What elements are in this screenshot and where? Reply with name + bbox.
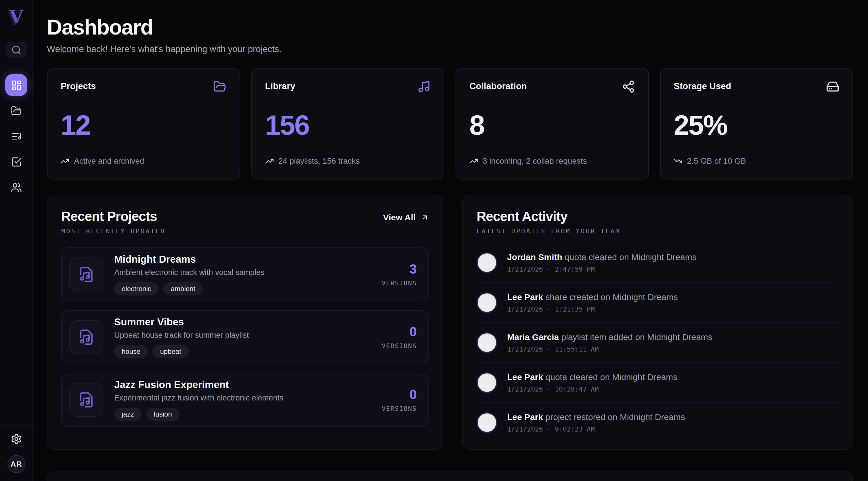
project-row-summer-vibes[interactable]: Summer Vibes Upbeat house track for summ… [61,310,429,364]
sidebar-item-dashboard[interactable] [5,74,27,96]
check-square-icon [11,156,22,168]
activity-timestamp: 1/21/2026 · 2:47:59 PM [507,266,696,273]
sidebar-item-tasks[interactable] [5,151,27,173]
avatar [476,372,497,393]
sidebar-item-team[interactable] [5,176,27,199]
sidebar-nav [5,66,27,199]
project-name: Jazz Fusion Experiment [114,379,382,390]
activity-action: project restored on Midnight Dreams [546,412,685,422]
folder-open-icon [11,105,22,116]
view-all-button[interactable]: View All [383,213,429,222]
logo-section: V [0,0,32,34]
layout-dashboard-icon [11,80,22,91]
settings-button[interactable] [11,433,22,445]
versions-label: VERSIONS [382,280,417,287]
hard-drive-icon [826,80,839,93]
page-title: Dashboard [47,15,853,39]
gear-icon [11,433,22,445]
recent-projects-title: Recent Projects [61,209,165,224]
trending-up-icon [265,157,274,166]
project-tag: upbeat [152,345,188,358]
user-avatar[interactable]: AR [7,455,25,473]
stat-note: Active and archived [74,156,144,166]
main-content: Dashboard Welcome back! Here's what's ha… [33,0,868,481]
stats-row: Projects 12 Active and archived Library [47,68,853,180]
activity-action: quota cleared on Midnight Dreams [565,252,696,262]
activity-item[interactable]: Lee Park project restored on Midnight Dr… [476,402,839,443]
stat-card-projects[interactable]: Projects 12 Active and archived [47,68,240,180]
bottom-card-partial [47,472,853,481]
search-button[interactable] [6,42,27,58]
sidebar-item-projects[interactable] [5,99,27,122]
versions-label: VERSIONS [382,405,417,412]
project-row-jazz-fusion-experiment[interactable]: Jazz Fusion Experiment Experimental jazz… [61,373,429,427]
stat-label: Projects [61,81,96,91]
app-logo[interactable]: V [9,8,23,26]
search-icon [11,45,22,55]
versions-count: 0 [409,325,417,338]
project-tag: ambient [163,282,203,296]
list-music-icon [11,131,22,142]
project-description: Ambient electronic track with vocal samp… [114,268,382,277]
activity-actor: Lee Park [507,412,545,422]
activity-item[interactable]: Maria Garcia playlist item added on Midn… [476,323,839,362]
stat-value: 12 [61,111,226,139]
project-name: Summer Vibes [114,316,382,328]
project-tag: house [114,345,148,358]
recent-activity-title: Recent Activity [476,209,839,224]
folder-open-icon [213,80,226,93]
page-header: Dashboard Welcome back! Here's what's ha… [47,15,853,54]
stat-label: Library [265,81,296,91]
project-name: Midnight Dreams [114,253,382,265]
stat-card-library[interactable]: Library 156 24 playlists, 156 tracks [251,68,445,180]
trending-down-icon [674,157,682,166]
project-description: Experimental jazz fusion with electronic… [114,394,382,402]
sidebar-bottom: AR [0,425,32,481]
search-section [0,34,32,66]
avatar [476,332,497,353]
activity-timestamp: 1/21/2026 · 11:55:11 AM [507,345,712,353]
sidebar: V [0,0,33,481]
stat-value: 8 [469,111,635,139]
activity-action: quota cleared on Midnight Dreams [546,372,678,382]
versions-label: VERSIONS [382,342,417,350]
project-list: Midnight Dreams Ambient electronic track… [61,247,429,427]
activity-item[interactable]: Jordan Smith quota cleared on Midnight D… [476,243,839,282]
activity-item[interactable]: Lee Park quota cleared on Midnight Dream… [476,362,839,402]
stat-card-collaboration[interactable]: Collaboration 8 3 incoming, 2 collab req… [456,68,649,180]
project-row-midnight-dreams[interactable]: Midnight Dreams Ambient electronic track… [61,247,429,301]
stat-note: 3 incoming, 2 collab requests [483,156,587,166]
versions-count: 0 [409,388,417,401]
stat-label: Storage Used [674,81,732,91]
activity-action: share created on Midnight Dreams [546,292,678,302]
activity-timestamp: 1/21/2026 · 10:28:47 AM [507,386,677,393]
activity-item[interactable]: Lee Park share created on Midnight Dream… [476,282,839,323]
activity-timestamp: 1/21/2026 · 9:02:23 AM [507,425,685,433]
sidebar-item-playlists[interactable] [5,125,27,147]
view-all-label: View All [383,213,415,222]
share-icon [622,80,635,93]
file-music-icon [69,320,103,354]
stat-note: 2.5 GB of 10 GB [687,156,746,166]
stat-note: 24 playlists, 156 tracks [278,156,360,166]
activity-actor: Lee Park [507,372,545,382]
project-tag: jazz [114,408,142,421]
activity-list: Jordan Smith quota cleared on Midnight D… [476,243,839,443]
project-tag: electronic [114,282,159,296]
avatar [476,292,497,313]
recent-activity-panel: Recent Activity LATEST UPDATES FROM YOUR… [462,195,853,450]
trending-up-icon [469,157,478,166]
avatar [476,252,497,273]
recent-projects-panel: Recent Projects MOST RECENTLY UPDATED Vi… [47,195,443,450]
music-note-icon [417,80,431,93]
page-subtitle: Welcome back! Here's what's happening wi… [47,44,853,54]
panels-row: Recent Projects MOST RECENTLY UPDATED Vi… [47,195,853,450]
activity-actor: Jordan Smith [507,252,565,262]
arrow-up-right-icon [421,213,429,221]
project-tag: fusion [146,408,180,421]
versions-count: 3 [409,262,417,276]
users-icon [11,182,22,193]
stat-card-storage[interactable]: Storage Used 25% 2.5 GB of 10 GB [660,68,853,180]
file-music-icon [69,383,103,417]
activity-actor: Lee Park [507,292,545,302]
